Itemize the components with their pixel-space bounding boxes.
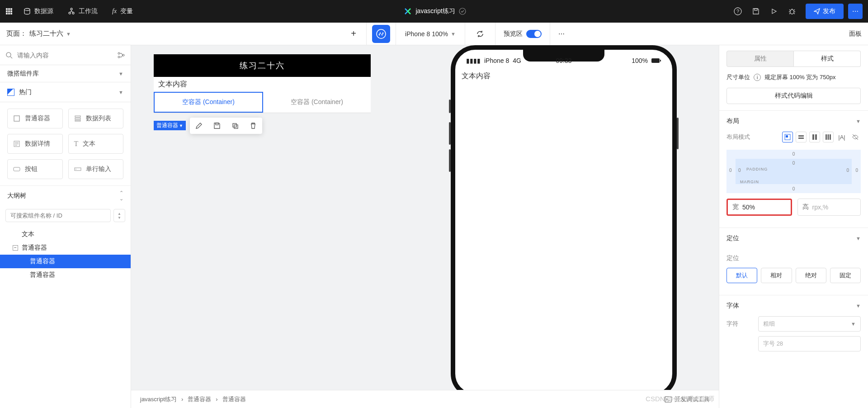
svg-rect-5: [10, 10, 12, 12]
tab-style[interactable]: 样式: [794, 51, 861, 67]
editor-text-content[interactable]: 文本内容: [154, 77, 371, 92]
play-icon[interactable]: [766, 3, 782, 19]
expand-collapse-icon[interactable]: ⌃⌄: [119, 190, 123, 202]
svg-rect-8: [10, 13, 12, 14]
font-size-select[interactable]: 字号 28: [758, 336, 861, 351]
tree-icon[interactable]: [117, 51, 125, 59]
svg-rect-16: [755, 9, 757, 10]
collapse-icon[interactable]: −: [13, 245, 18, 251]
search-input[interactable]: [17, 52, 113, 59]
box-model[interactable]: 0 0 0 0 0 0 0 PADDING MARGIN: [726, 150, 861, 193]
sort-button[interactable]: ▲▼: [113, 209, 125, 222]
tree-node-container-2[interactable]: 普通容器: [0, 255, 131, 268]
comp-datadetail[interactable]: 数据详情: [7, 134, 63, 154]
comp-text[interactable]: T文本: [68, 134, 124, 154]
position-fixed[interactable]: 固定: [830, 268, 861, 283]
layout-col-icon[interactable]: [809, 132, 820, 142]
svg-point-10: [71, 8, 72, 10]
publish-label: 发布: [823, 7, 835, 15]
debug-icon[interactable]: [784, 3, 800, 19]
position-default[interactable]: 默认: [726, 268, 757, 283]
floating-toolbar: [190, 118, 262, 134]
component-lib-header[interactable]: 微搭组件库 ▼: [0, 65, 131, 82]
layout-default-icon[interactable]: [782, 132, 793, 142]
nav-variable[interactable]: fx 变量: [105, 7, 140, 15]
save-icon[interactable]: [212, 121, 222, 130]
layout-row-icon[interactable]: [796, 132, 807, 142]
component-grid: 普通容器 数据列表 数据详情 T文本 按钮 单行输入: [0, 102, 131, 185]
tab-attributes[interactable]: 属性: [726, 51, 794, 67]
preview-toggle-section: 预览区: [495, 23, 550, 45]
font-weight-select[interactable]: 粗细▼: [758, 316, 861, 332]
height-field[interactable]: 高 rpx,%: [797, 199, 861, 216]
edit-icon[interactable]: [194, 121, 203, 130]
page-prefix: 页面：: [6, 29, 27, 38]
editor-container-2[interactable]: 空容器 (Container): [263, 92, 371, 113]
refresh-button[interactable]: [465, 23, 495, 45]
chevron-down-icon: ▼: [856, 236, 861, 241]
copy-icon[interactable]: [231, 121, 240, 130]
tree-node-container-1[interactable]: −普通容器: [0, 241, 131, 255]
style-code-edit-button[interactable]: 样式代码编辑: [726, 88, 861, 104]
check-circle-icon: [459, 8, 466, 15]
breadcrumb-item[interactable]: javascript练习: [140, 395, 177, 403]
page-name: 练习二十六: [29, 29, 63, 38]
position-options: 默认 相对 绝对 固定: [719, 268, 868, 289]
nav-datasource[interactable]: 数据源: [16, 7, 61, 15]
selection-tag[interactable]: 普通容器▼: [154, 121, 186, 130]
device-selector[interactable]: iPhone 8 100% ▼: [396, 23, 465, 45]
layout-text-icon[interactable]: |A|: [836, 132, 847, 142]
hot-section-header[interactable]: 热门 ▼: [0, 82, 131, 102]
outline-header[interactable]: 大纲树 ⌃⌄: [0, 185, 131, 205]
svg-rect-37: [786, 135, 788, 138]
font-controls: 字符 粗细▼ 字号 28: [719, 316, 868, 357]
publish-button[interactable]: 发布: [806, 4, 844, 19]
comp-button[interactable]: 按钮: [7, 159, 63, 179]
editor-container-1[interactable]: 空容器 (Container): [154, 92, 263, 113]
breadcrumb-item[interactable]: 普通容器: [222, 395, 246, 403]
save-icon[interactable]: [748, 3, 764, 19]
nav-workflow[interactable]: 工作流: [61, 7, 105, 15]
property-tabs: 属性 样式: [719, 45, 868, 67]
editor-container-row: 空容器 (Container) 空容器 (Container): [154, 92, 371, 113]
preview-toggle[interactable]: [526, 30, 542, 38]
add-page-button[interactable]: +: [347, 28, 360, 40]
panel-toggle[interactable]: 面板: [849, 30, 862, 38]
layout-hidden-icon[interactable]: [850, 132, 861, 142]
chevron-down-icon: ▼: [66, 31, 71, 37]
svg-rect-41: [815, 134, 817, 140]
comp-input[interactable]: 单行输入: [68, 159, 124, 179]
position-relative[interactable]: 相对: [761, 268, 792, 283]
svg-rect-6: [6, 13, 8, 14]
top-bar: 数据源 工作流 fx 变量 javascript练习 ? 发布 ⋯: [0, 0, 868, 23]
tree-node-text[interactable]: 文本: [0, 228, 131, 241]
outline-search-input[interactable]: [5, 209, 111, 222]
breadcrumb-item[interactable]: 普通容器: [188, 395, 211, 403]
width-field[interactable]: 宽 50%: [726, 199, 792, 216]
delete-icon[interactable]: [249, 121, 258, 130]
layout-col3-icon[interactable]: [823, 132, 834, 142]
page-selector[interactable]: 页面： 练习二十六 ▼: [6, 29, 71, 38]
svg-point-9: [24, 9, 30, 11]
svg-point-19: [6, 52, 11, 57]
svg-rect-2: [10, 8, 12, 10]
tree-node-container-3[interactable]: 普通容器: [0, 268, 131, 282]
debug-tools-link[interactable]: 开发调试工具: [665, 395, 710, 403]
canvas-area: 练习二十六 文本内容 空容器 (Container) 空容器 (Containe…: [131, 45, 719, 408]
send-icon: [814, 8, 820, 14]
layout-section-header[interactable]: 布局 ▼: [719, 111, 868, 132]
position-absolute[interactable]: 绝对: [796, 268, 826, 283]
comp-container[interactable]: 普通容器: [7, 109, 63, 128]
more-button[interactable]: ⋯: [848, 4, 863, 19]
position-section-header[interactable]: 定位 ▼: [719, 228, 868, 249]
font-section-header[interactable]: 字体 ▼: [719, 295, 868, 316]
apps-grid-icon[interactable]: [5, 8, 16, 15]
miniprogram-icon[interactable]: [372, 25, 390, 43]
battery-percent: 100%: [632, 57, 648, 64]
svg-rect-1: [8, 8, 10, 10]
more-options[interactable]: ⋯: [550, 30, 573, 38]
comp-datalist[interactable]: 数据列表: [68, 109, 124, 128]
info-icon[interactable]: i: [754, 74, 761, 81]
svg-rect-24: [75, 116, 80, 117]
help-icon[interactable]: ?: [730, 3, 746, 19]
